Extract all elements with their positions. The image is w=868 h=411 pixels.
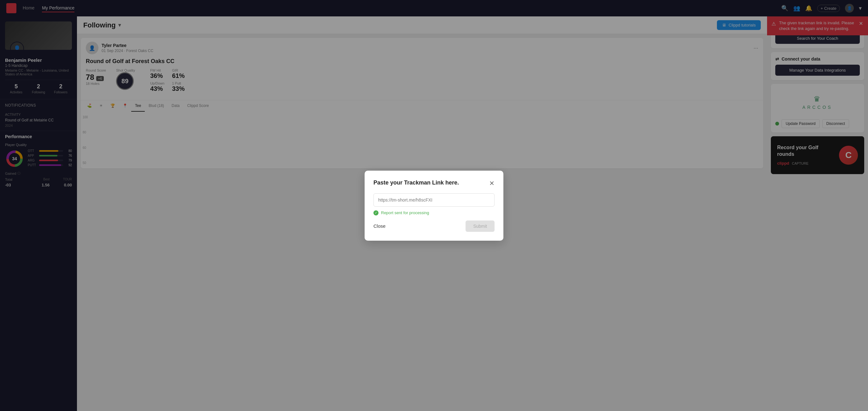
modal-submit-button[interactable]: Submit: [466, 220, 495, 232]
modal-actions: Close Submit: [373, 220, 495, 232]
success-message-text: Report sent for processing: [381, 211, 429, 215]
modal-title: Paste your Trackman Link here.: [373, 180, 459, 186]
modal-overlay[interactable]: Paste your Trackman Link here. ✕ ✓ Repor…: [0, 0, 868, 411]
trackman-modal: Paste your Trackman Link here. ✕ ✓ Repor…: [365, 171, 503, 241]
modal-header: Paste your Trackman Link here. ✕: [373, 180, 495, 187]
modal-close-x-button[interactable]: ✕: [489, 180, 495, 187]
success-checkmark-icon: ✓: [373, 211, 378, 215]
modal-close-button[interactable]: Close: [373, 223, 385, 229]
success-message-row: ✓ Report sent for processing: [373, 211, 495, 215]
trackman-link-input[interactable]: [373, 193, 495, 207]
